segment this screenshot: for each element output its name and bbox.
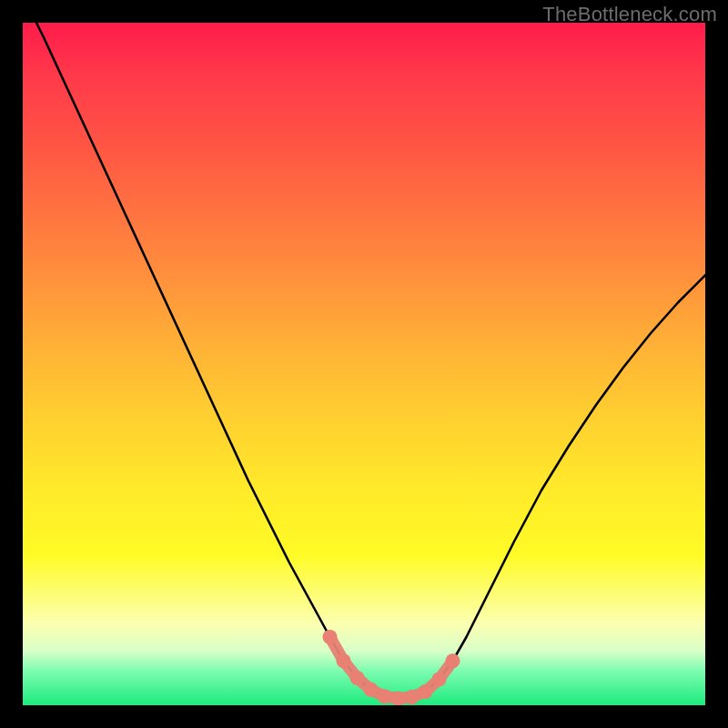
svg-point-8 [432, 672, 447, 687]
svg-point-2 [350, 671, 365, 685]
plot-area [23, 23, 705, 705]
highlight-markers [323, 630, 460, 705]
watermark-text: TheBottleneck.com [542, 3, 717, 26]
svg-point-5 [391, 692, 406, 706]
svg-point-7 [419, 684, 433, 699]
svg-point-9 [446, 653, 460, 668]
svg-point-1 [337, 653, 351, 668]
svg-point-3 [364, 682, 379, 697]
chart-svg [23, 23, 705, 705]
svg-point-4 [378, 689, 392, 703]
svg-point-6 [405, 690, 420, 704]
svg-point-0 [323, 630, 338, 644]
chart-frame: TheBottleneck.com [0, 0, 728, 728]
bottleneck-curve [23, 23, 705, 699]
